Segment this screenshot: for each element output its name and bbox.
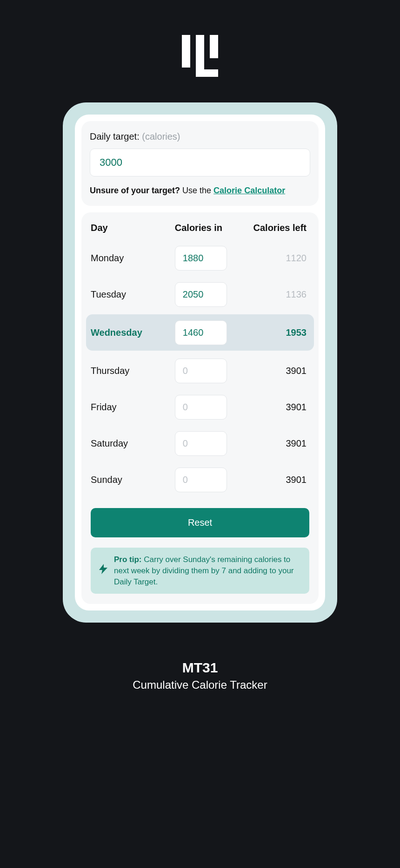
table-row: Thursday3901 bbox=[81, 353, 319, 389]
daily-target-input[interactable] bbox=[90, 149, 310, 176]
target-hint-rest: Use the bbox=[182, 186, 211, 195]
day-label: Thursday bbox=[91, 366, 175, 376]
footer-title: MT31 bbox=[133, 660, 267, 676]
calories-left-value: 3901 bbox=[242, 402, 309, 413]
calories-left-value: 1136 bbox=[242, 289, 309, 300]
daily-target-label-text: Daily target: bbox=[90, 131, 140, 142]
calories-in-input[interactable] bbox=[175, 431, 227, 456]
bolt-icon bbox=[99, 564, 107, 577]
calories-left-value: 3901 bbox=[242, 366, 309, 376]
footer-subtitle: Cumulative Calorie Tracker bbox=[133, 678, 267, 692]
col-calories-in: Calories in bbox=[175, 223, 242, 233]
daily-target-label: Daily target: (calories) bbox=[90, 131, 310, 142]
daily-target-card: Daily target: (calories) Unsure of your … bbox=[81, 121, 319, 206]
day-label: Friday bbox=[91, 402, 175, 413]
app-screen: Daily target: (calories) Unsure of your … bbox=[75, 115, 325, 610]
calories-in-input[interactable] bbox=[175, 282, 227, 307]
table-row: Tuesday1136 bbox=[81, 276, 319, 312]
calories-left-value: 3901 bbox=[242, 475, 309, 485]
day-label: Saturday bbox=[91, 438, 175, 449]
col-day: Day bbox=[91, 223, 175, 233]
reset-button[interactable]: Reset bbox=[91, 508, 309, 537]
table-row: Monday1120 bbox=[81, 240, 319, 276]
day-label: Sunday bbox=[91, 475, 175, 485]
calories-in-input[interactable] bbox=[175, 320, 227, 345]
svg-rect-0 bbox=[182, 35, 190, 68]
calories-left-value: 1120 bbox=[242, 253, 309, 264]
svg-rect-3 bbox=[196, 69, 218, 77]
table-row: Friday3901 bbox=[81, 389, 319, 425]
day-label: Wednesday bbox=[91, 327, 175, 338]
footer: MT31 Cumulative Calorie Tracker bbox=[133, 660, 267, 692]
table-row: Saturday3901 bbox=[81, 425, 319, 461]
target-hint-bold: Unsure of your target? bbox=[90, 186, 180, 195]
col-calories-left: Calories left bbox=[242, 223, 309, 233]
calories-left-value: 3901 bbox=[242, 438, 309, 449]
svg-rect-2 bbox=[210, 35, 218, 58]
table-header: Day Calories in Calories left bbox=[81, 223, 319, 233]
calories-left-value: 1953 bbox=[242, 327, 309, 338]
target-hint: Unsure of your target? Use the Calorie C… bbox=[90, 186, 310, 196]
table-row: Sunday3901 bbox=[81, 461, 319, 498]
pro-tip-box: Pro tip: Carry over Sunday's remaining c… bbox=[91, 548, 309, 594]
phone-frame: Daily target: (calories) Unsure of your … bbox=[63, 102, 337, 623]
pro-tip-bold: Pro tip: bbox=[114, 555, 142, 564]
daily-target-unit: (calories) bbox=[142, 131, 180, 142]
calories-in-input[interactable] bbox=[175, 468, 227, 492]
calories-in-input[interactable] bbox=[175, 359, 227, 383]
week-card: Day Calories in Calories left Monday1120… bbox=[81, 212, 319, 604]
calories-in-input[interactable] bbox=[175, 246, 227, 271]
calories-in-input[interactable] bbox=[175, 395, 227, 420]
table-row: Wednesday1953 bbox=[86, 314, 314, 351]
day-label: Tuesday bbox=[91, 289, 175, 300]
day-label: Monday bbox=[91, 253, 175, 264]
pro-tip-text: Pro tip: Carry over Sunday's remaining c… bbox=[114, 554, 301, 587]
app-logo bbox=[180, 35, 220, 77]
calorie-calculator-link[interactable]: Calorie Calculator bbox=[213, 186, 285, 195]
